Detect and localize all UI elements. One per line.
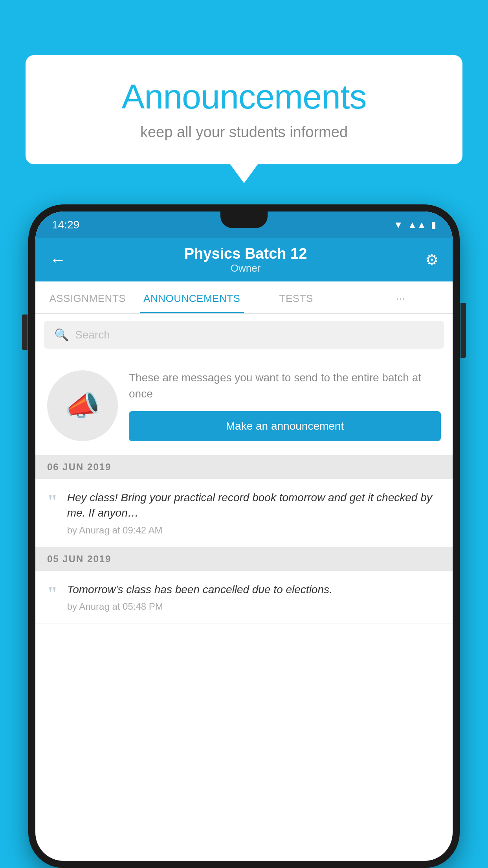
bubble-subtitle: keep all your students informed — [49, 124, 439, 141]
phone-screen: 14:29 ▼ ▲▲ ▮ ← Physics Batch 12 Owner ⚙ — [35, 211, 453, 861]
search-container: 🔍 Search — [35, 314, 453, 356]
announcement-meta-2: by Anurag at 05:48 PM — [67, 601, 441, 612]
battery-icon: ▮ — [431, 219, 436, 230]
speech-bubble-wrapper: Announcements keep all your students inf… — [26, 55, 462, 164]
promo-description: These are messages you want to send to t… — [129, 370, 441, 402]
tab-tests[interactable]: TESTS — [244, 281, 349, 313]
announcement-item-2[interactable]: " Tomorrow's class has been cancelled du… — [35, 571, 453, 623]
app-bar-subtitle: Owner — [184, 262, 307, 274]
signal-icon: ▲▲ — [407, 219, 426, 230]
date-separator-1: 06 JUN 2019 — [35, 455, 453, 479]
tab-more[interactable]: ··· — [349, 281, 453, 313]
back-button[interactable]: ← — [50, 250, 66, 269]
make-announcement-button[interactable]: Make an announcement — [129, 411, 441, 441]
announcement-message-1: Hey class! Bring your practical record b… — [67, 490, 441, 520]
app-bar-title: Physics Batch 12 — [184, 245, 307, 262]
wifi-icon: ▼ — [394, 219, 403, 230]
announcement-meta-1: by Anurag at 09:42 AM — [67, 525, 441, 536]
tab-announcements[interactable]: ANNOUNCEMENTS — [140, 281, 244, 313]
phone-outer: 14:29 ▼ ▲▲ ▮ ← Physics Batch 12 Owner ⚙ — [28, 204, 460, 868]
promo-right: These are messages you want to send to t… — [129, 370, 441, 441]
quote-icon-1: " — [47, 492, 58, 511]
app-bar: ← Physics Batch 12 Owner ⚙ — [35, 238, 453, 281]
status-time: 14:29 — [52, 219, 79, 231]
notch — [220, 211, 268, 228]
phone-wrapper: 14:29 ▼ ▲▲ ▮ ← Physics Batch 12 Owner ⚙ — [28, 204, 460, 868]
app-bar-center: Physics Batch 12 Owner — [184, 245, 307, 274]
megaphone-icon: 📣 — [65, 389, 100, 422]
speech-bubble: Announcements keep all your students inf… — [26, 55, 462, 164]
tabs-bar: ASSIGNMENTS ANNOUNCEMENTS TESTS ··· — [35, 281, 453, 314]
bubble-title: Announcements — [49, 77, 439, 117]
status-icons: ▼ ▲▲ ▮ — [394, 219, 436, 230]
announcement-item-1[interactable]: " Hey class! Bring your practical record… — [35, 479, 453, 547]
announcement-content-1: Hey class! Bring your practical record b… — [67, 490, 441, 535]
search-placeholder: Search — [75, 329, 110, 341]
announcement-content-2: Tomorrow's class has been cancelled due … — [67, 582, 441, 612]
announcement-promo: 📣 These are messages you want to send to… — [35, 356, 453, 455]
search-box[interactable]: 🔍 Search — [44, 321, 444, 349]
promo-icon-circle: 📣 — [47, 370, 118, 441]
quote-icon-2: " — [47, 584, 58, 603]
date-separator-2: 05 JUN 2019 — [35, 547, 453, 571]
settings-icon[interactable]: ⚙ — [425, 251, 438, 268]
content-area: 🔍 Search 📣 These are messages you want t… — [35, 314, 453, 861]
search-icon: 🔍 — [54, 328, 69, 342]
announcement-message-2: Tomorrow's class has been cancelled due … — [67, 582, 441, 597]
status-bar: 14:29 ▼ ▲▲ ▮ — [35, 211, 453, 238]
tab-assignments[interactable]: ASSIGNMENTS — [35, 281, 140, 313]
